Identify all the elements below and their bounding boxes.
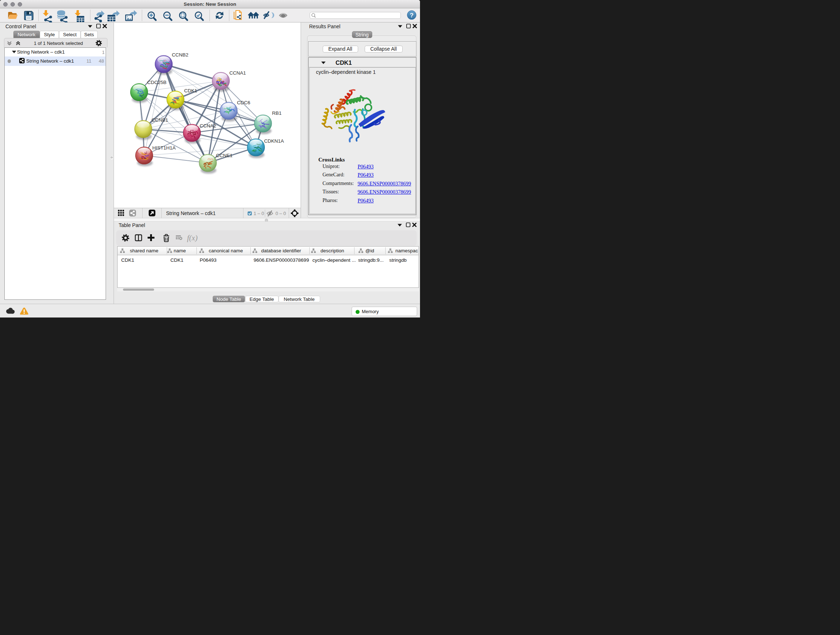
svg-text:CDKN1A: CDKN1A xyxy=(264,138,284,144)
svg-text:CCNA2: CCNA2 xyxy=(200,123,216,128)
svg-text:CDC6: CDC6 xyxy=(237,100,250,105)
svg-text:CDC25B: CDC25B xyxy=(147,80,166,85)
svg-text:HIST1H1A: HIST1H1A xyxy=(152,145,176,150)
svg-text:CCNB1: CCNB1 xyxy=(152,117,168,123)
svg-text:CCNE1: CCNE1 xyxy=(216,153,233,158)
svg-text:CDK1: CDK1 xyxy=(184,88,197,93)
svg-text:?: ? xyxy=(410,12,414,19)
svg-text:RB1: RB1 xyxy=(272,111,281,116)
svg-text:f(x): f(x) xyxy=(187,233,197,242)
svg-text:CCNA1: CCNA1 xyxy=(229,70,246,76)
svg-text:CCNB2: CCNB2 xyxy=(172,52,188,57)
